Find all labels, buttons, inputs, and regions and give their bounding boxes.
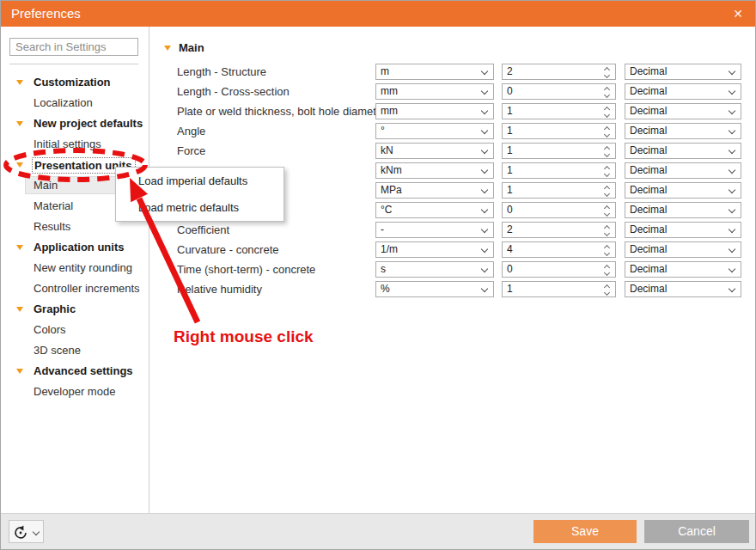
stepper-down-icon (604, 171, 610, 177)
unit-select-value: °C (381, 203, 392, 217)
reset-defaults-button[interactable] (9, 520, 44, 543)
precision-stepper[interactable]: 1 (502, 281, 616, 297)
format-select[interactable]: Decimal (625, 182, 741, 199)
format-select[interactable]: Decimal (625, 261, 741, 278)
format-select[interactable]: Decimal (625, 103, 741, 119)
context-menu: Load imperial defaults Load metric defau… (115, 167, 284, 222)
sidebar-item-colors[interactable]: Colors (1, 320, 148, 340)
format-select[interactable]: Decimal (625, 222, 741, 238)
unit-row-label: Plate or weld thickness, bolt hole diame… (177, 103, 387, 119)
precision-stepper[interactable]: 1 (502, 103, 616, 119)
stepper-down-icon (604, 151, 610, 157)
format-select[interactable]: Decimal (625, 202, 741, 218)
precision-value: 1 (507, 104, 513, 119)
sidebar-item-label: Graphic (34, 302, 76, 315)
sidebar-item-application-units[interactable]: Application units (1, 237, 148, 258)
sidebar-item-graphic[interactable]: Graphic (1, 299, 148, 320)
sidebar-item-label: New project defaults (34, 117, 143, 130)
precision-stepper[interactable]: 1 (502, 143, 616, 159)
unit-row-label: Length - Structure (177, 64, 266, 80)
unit-select[interactable]: mm (375, 83, 494, 100)
format-select[interactable]: Decimal (625, 123, 741, 139)
precision-stepper[interactable]: 1 (502, 123, 616, 139)
unit-row-label: Time (short-term) - concrete (177, 261, 315, 278)
precision-stepper[interactable]: 0 (502, 83, 616, 100)
precision-stepper[interactable]: 0 (502, 261, 616, 278)
format-select[interactable]: Decimal (625, 143, 741, 159)
precision-value: 1 (507, 144, 513, 158)
chevron-down-icon (481, 246, 488, 253)
sidebar-item-customization[interactable]: Customization (1, 72, 148, 93)
precision-value: 0 (507, 84, 513, 99)
precision-stepper[interactable]: 0 (502, 202, 616, 218)
unit-row-label: Coefficient (177, 222, 229, 238)
search-input[interactable] (9, 38, 138, 56)
sidebar-item-localization[interactable]: Localization (1, 93, 148, 113)
unit-select[interactable]: °C (375, 202, 494, 218)
unit-select[interactable]: s (375, 261, 494, 278)
unit-select[interactable]: % (375, 281, 494, 297)
unit-select[interactable]: ° (375, 123, 494, 139)
chevron-down-icon (729, 266, 735, 272)
precision-stepper[interactable]: 2 (502, 64, 616, 80)
unit-select-value: s (381, 262, 386, 277)
unit-select[interactable]: kN (375, 143, 494, 159)
unit-select[interactable]: mm (375, 103, 494, 119)
stepper-down-icon (604, 191, 610, 197)
unit-select[interactable]: - (375, 222, 494, 238)
precision-stepper[interactable]: 4 (502, 241, 616, 258)
precision-value: 1 (507, 183, 513, 198)
chevron-down-icon (729, 107, 735, 114)
format-select[interactable]: Decimal (625, 281, 741, 297)
save-button[interactable]: Save (533, 520, 637, 543)
expand-triangle-icon (16, 162, 23, 168)
unit-select[interactable]: MPa (375, 182, 494, 199)
format-select[interactable]: Decimal (625, 83, 741, 100)
sidebar-item-3d-scene[interactable]: 3D scene (1, 340, 148, 361)
chevron-down-icon (33, 529, 40, 535)
unit-row-label: Curvature - concrete (177, 241, 279, 258)
precision-stepper[interactable]: 2 (502, 222, 616, 238)
sidebar-item-label: Controller increments (34, 282, 140, 295)
unit-select[interactable]: m (375, 64, 494, 80)
sidebar-item-controller-increments[interactable]: Controller increments (1, 278, 148, 299)
chevron-down-icon (481, 206, 488, 213)
sidebar-item-label: Main (34, 179, 58, 192)
format-select[interactable]: Decimal (625, 162, 741, 179)
unit-select[interactable]: kNm (375, 162, 494, 179)
menu-item-load-metric-defaults[interactable]: Load metric defaults (116, 194, 284, 221)
chevron-down-icon (729, 186, 735, 193)
sidebar-item-label: Advanced settings (34, 364, 133, 377)
precision-stepper[interactable]: 1 (502, 182, 616, 199)
unit-select-value: ° (381, 124, 385, 138)
sidebar-item-developer-mode[interactable]: Developer mode (1, 382, 148, 402)
format-select[interactable]: Decimal (625, 241, 741, 258)
precision-value: 2 (507, 64, 513, 79)
close-icon[interactable]: ✕ (728, 4, 748, 23)
expand-triangle-icon (16, 121, 23, 126)
sidebar-item-new-project-defaults[interactable]: New project defaults (1, 113, 148, 134)
format-select-value: Decimal (630, 124, 667, 138)
sidebar-item-advanced-settings[interactable]: Advanced settings (1, 361, 148, 382)
stepper-down-icon (604, 72, 610, 78)
sidebar-item-new-entity-rounding[interactable]: New entity rounding (1, 258, 148, 278)
sidebar-item-label: Developer mode (34, 385, 115, 398)
section-triangle-icon (164, 46, 171, 51)
unit-select-value: kN (381, 144, 393, 158)
unit-select-value: mm (381, 84, 398, 99)
unit-select-value: - (381, 223, 384, 237)
expand-triangle-icon (16, 307, 23, 312)
chevron-down-icon (729, 206, 735, 213)
unit-select-value: m (381, 64, 389, 79)
unit-select-value: kNm (381, 163, 402, 178)
unit-select[interactable]: 1/m (375, 241, 494, 258)
precision-stepper[interactable]: 1 (502, 162, 616, 179)
unit-select-value: MPa (381, 183, 402, 198)
menu-item-load-imperial-defaults[interactable]: Load imperial defaults (116, 168, 284, 194)
sidebar-item-initial-settings[interactable]: Initial settings (1, 134, 148, 155)
cancel-button[interactable]: Cancel (644, 520, 749, 543)
format-select[interactable]: Decimal (625, 64, 741, 80)
precision-value: 1 (507, 163, 513, 178)
expand-triangle-icon (16, 80, 23, 85)
chevron-down-icon (481, 226, 488, 233)
